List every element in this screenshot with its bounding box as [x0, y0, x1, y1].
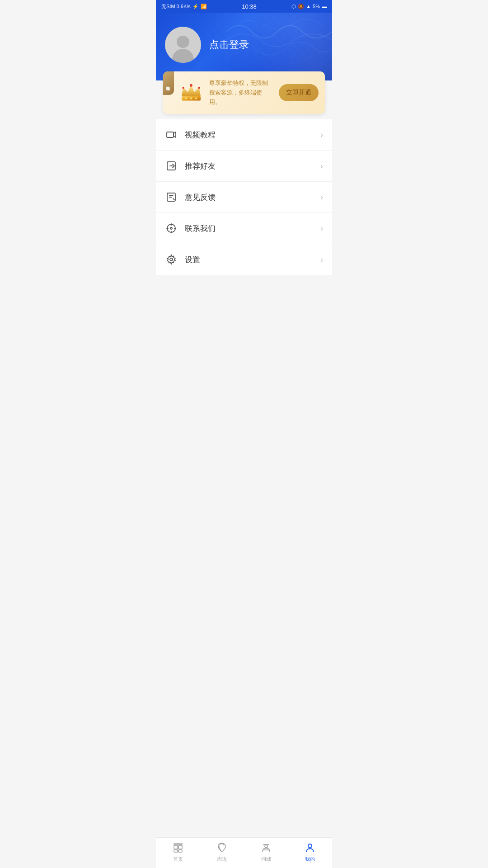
contact-label: 联系我们: [185, 223, 320, 234]
svg-point-7: [190, 98, 192, 99]
avatar-body: [172, 49, 194, 63]
wifi-icon: ▲: [306, 4, 311, 9]
vip-badge-label: 专属福利: [163, 71, 174, 95]
alarm-icon: 🔕: [298, 4, 304, 9]
settings-chevron: ›: [320, 255, 323, 264]
menu-item-feedback[interactable]: 意见反馈 ›: [156, 182, 332, 213]
vip-description: 尊享豪华特权，无限制搜索客源，多终端使用。: [209, 79, 273, 107]
share-icon: [165, 160, 178, 172]
battery-text: 5%: [313, 4, 320, 9]
svg-point-14: [170, 258, 173, 261]
status-right: ⬡ 🔕 ▲ 5% ▬: [291, 4, 327, 9]
video-icon: [165, 128, 178, 141]
menu-item-settings[interactable]: 设置 ›: [156, 244, 332, 275]
settings-icon: [165, 253, 178, 266]
avatar-figure: [172, 36, 194, 63]
menu-item-video[interactable]: 视频教程 ›: [156, 119, 332, 151]
svg-rect-9: [167, 132, 174, 137]
status-time: 10:38: [242, 3, 257, 10]
svg-point-8: [195, 98, 197, 99]
profile-login-text[interactable]: 点击登录: [209, 38, 249, 52]
menu-section: 视频教程 › 推荐好友 › 意见反馈: [156, 119, 332, 275]
vip-activate-button[interactable]: 立即开通: [279, 84, 319, 101]
svg-marker-5: [182, 85, 201, 96]
status-bar: 无SIM 0.6K/s ⚡ 📶 10:38 ⬡ 🔕 ▲ 5% ▬: [156, 0, 332, 13]
feedback-chevron: ›: [320, 193, 323, 202]
feedback-label: 意见反馈: [185, 192, 320, 203]
svg-point-6: [185, 98, 187, 99]
svg-point-13: [170, 227, 172, 229]
contact-chevron: ›: [320, 224, 323, 233]
usb-icon: ⚡: [192, 4, 199, 9]
status-left: 无SIM 0.6K/s ⚡ 📶: [161, 3, 207, 10]
avatar-head: [177, 36, 189, 48]
recommend-label: 推荐好友: [185, 161, 320, 171]
bluetooth-icon: ⬡: [291, 4, 296, 9]
video-chevron: ›: [320, 130, 323, 140]
avatar[interactable]: [165, 27, 201, 63]
signal-icons: 📶: [201, 4, 207, 9]
contact-icon: [165, 222, 178, 235]
settings-label: 设置: [185, 255, 320, 265]
sim-signal: 无SIM 0.6K/s: [161, 3, 191, 10]
vip-banner[interactable]: 专属福利: [163, 71, 325, 114]
video-label: 视频教程: [185, 130, 320, 140]
feedback-icon: [165, 191, 178, 203]
recommend-chevron: ›: [320, 161, 323, 171]
menu-item-recommend[interactable]: 推荐好友 ›: [156, 151, 332, 182]
profile-banner[interactable]: 点击登录: [156, 13, 332, 80]
battery-icon: ▬: [322, 4, 327, 9]
content-area: 专属福利: [156, 71, 332, 311]
menu-item-contact[interactable]: 联系我们 ›: [156, 213, 332, 244]
crown-icon: [178, 81, 204, 104]
